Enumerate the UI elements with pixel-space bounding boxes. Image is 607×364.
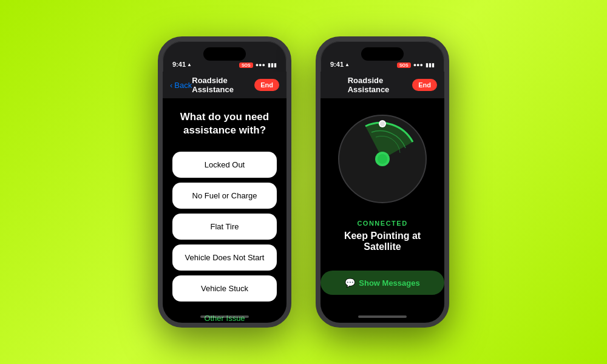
menu-item-stuck[interactable]: Vehicle Stuck [172,275,277,302]
end-button-1[interactable]: End [254,79,279,91]
screen-content-2: CONNECTED Keep Pointing at Satellite 💬 S… [320,98,444,323]
connected-status: CONNECTED [357,220,407,227]
menu-buttons: Locked Out No Fuel or Charge Flat Tire V… [163,152,287,302]
location-icon-2: ▲ [345,62,350,67]
wifi-icon-2: ●●● [413,62,423,68]
battery-icon-2: ▮▮▮ [426,62,435,68]
svg-point-4 [380,121,385,126]
phone-1: 9:41 ▲ SOS ●●● ▮▮▮ ‹ Back Roadside Assis… [158,36,291,328]
status-time-1: 9:41 ▲ [172,61,192,68]
status-time-2: 9:41 ▲ [330,61,350,68]
screen-content-1: What do you need assistance with? Locked… [163,98,287,323]
satellite-container: CONNECTED Keep Pointing at Satellite 💬 S… [320,98,444,323]
nav-title-2: Roadside Assistance [348,76,413,94]
nav-title-1: Roadside Assistance [192,76,254,94]
end-button-2[interactable]: End [412,79,437,91]
location-icon-1: ▲ [187,62,192,67]
show-messages-button[interactable]: 💬 Show Messages [320,271,444,295]
status-icons-1: SOS ●●● ▮▮▮ [239,62,277,68]
chat-icon: 💬 [345,278,355,288]
phone-2: 9:41 ▲ SOS ●●● ▮▮▮ Roadside Assistance E… [316,36,449,328]
dynamic-island-2 [361,47,404,61]
time-display-2: 9:41 [330,61,344,68]
wifi-icon-1: ●●● [256,62,265,68]
sos-badge-2: SOS [397,62,411,68]
radar-display [334,110,431,207]
menu-item-locked-out[interactable]: Locked Out [172,152,277,178]
dynamic-island-1 [203,47,246,61]
assistance-heading: What do you need assistance with? [163,98,287,152]
menu-item-no-fuel[interactable]: No Fuel or Charge [172,183,277,209]
radar-svg [334,110,431,207]
nav-back-button[interactable]: ‹ Back [170,81,192,90]
svg-point-2 [378,154,387,164]
back-label: Back [174,81,192,90]
nav-bar-2: Roadside Assistance End [320,72,444,98]
home-indicator-1 [200,315,249,318]
instruction-text: Keep Pointing at Satellite [320,231,444,252]
menu-item-does-not-start[interactable]: Vehicle Does Not Start [172,244,277,271]
nav-bar-1: ‹ Back Roadside Assistance End [163,72,287,98]
show-messages-label: Show Messages [359,278,419,288]
time-display-1: 9:41 [172,61,186,68]
battery-icon-1: ▮▮▮ [268,62,277,68]
chevron-left-icon: ‹ [170,81,172,90]
status-icons-2: SOS ●●● ▮▮▮ [397,62,435,68]
home-indicator-2 [358,315,407,318]
menu-item-flat-tire[interactable]: Flat Tire [172,214,277,240]
sos-badge-1: SOS [239,62,253,68]
